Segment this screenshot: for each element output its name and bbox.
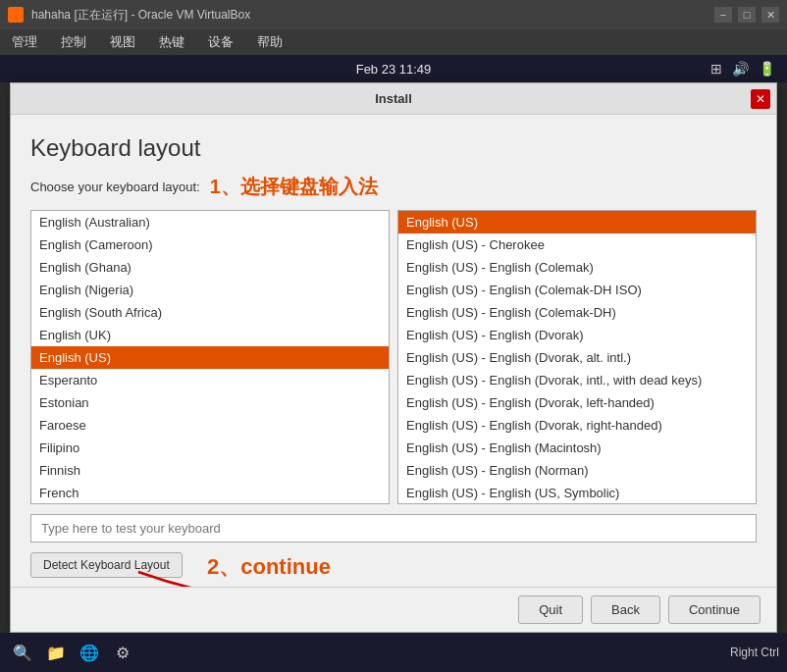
annotation-1: 1、选择键盘输入法	[210, 174, 378, 200]
datetime-label: Feb 23 11:49	[356, 62, 432, 77]
app-icon	[8, 7, 24, 23]
left-list-item[interactable]: English (Cameroon)	[31, 233, 389, 256]
right-list-item[interactable]: English (US) - English (Dvorak, alt. int…	[398, 346, 756, 369]
window-title: hahaha [正在运行] - Oracle VM VirtualBox	[31, 7, 714, 24]
minimize-button[interactable]: −	[714, 7, 732, 23]
left-list-item[interactable]: Finnish	[31, 459, 389, 482]
menu-devices[interactable]: 设备	[204, 31, 237, 53]
left-list-item[interactable]: Estonian	[31, 391, 389, 414]
right-list-item[interactable]: English (US) - English (Dvorak, left-han…	[398, 391, 756, 414]
keyboard-test-input[interactable]	[30, 514, 757, 543]
menu-view[interactable]: 视图	[106, 31, 139, 53]
left-list-item[interactable]: English (Nigeria)	[31, 279, 389, 301]
right-list-item[interactable]: English (US) - English (Colemak)	[398, 256, 756, 279]
dialog-titlebar: Install ✕	[11, 83, 776, 115]
left-list-item[interactable]: Faroese	[31, 414, 389, 437]
left-list-item[interactable]: English (Australian)	[31, 211, 389, 233]
menu-manage[interactable]: 管理	[8, 31, 41, 53]
keyboard-lists: English (Australian)English (Cameroon)En…	[30, 210, 757, 504]
right-list-item[interactable]: English (US) - Cherokee	[398, 233, 756, 256]
right-list[interactable]: English (US)English (US) - CherokeeEngli…	[397, 210, 757, 504]
taskbar: 🔍 📁 🌐 ⚙ Right Ctrl	[0, 633, 787, 672]
right-list-item[interactable]: English (US) - English (Dvorak)	[398, 324, 756, 346]
menubar: 管理 控制 视图 热键 设备 帮助	[0, 29, 787, 55]
left-list-item[interactable]: Esperanto	[31, 369, 389, 391]
subtitle-row: Choose your keyboard layout: 1、选择键盘输入法	[30, 174, 757, 200]
dialog-title: Install	[375, 91, 412, 106]
left-list-item[interactable]: English (South Africa)	[31, 301, 389, 324]
statusbar-right: ⊞ 🔊 🔋	[710, 61, 775, 77]
taskbar-right: Right Ctrl	[730, 646, 779, 659]
left-list[interactable]: English (Australian)English (Cameroon)En…	[30, 210, 390, 504]
volume-icon: 🔊	[732, 61, 749, 77]
right-list-item[interactable]: English (US) - English (Macintosh)	[398, 437, 756, 459]
network-icon: ⊞	[710, 61, 722, 77]
titlebar: hahaha [正在运行] - Oracle VM VirtualBox − □…	[0, 0, 787, 29]
page-title: Keyboard layout	[30, 134, 757, 162]
right-list-item[interactable]: English (US) - English (Dvorak, right-ha…	[398, 414, 756, 437]
quit-button[interactable]: Quit	[518, 595, 583, 624]
right-list-item[interactable]: English (US) - English (US, Symbolic)	[398, 482, 756, 504]
menu-control[interactable]: 控制	[57, 31, 90, 53]
right-list-item[interactable]: English (US) - English (Colemak-DH)	[398, 301, 756, 324]
left-list-item[interactable]: French	[31, 482, 389, 504]
maximize-button[interactable]: □	[738, 7, 756, 23]
battery-icon: 🔋	[759, 61, 775, 77]
left-list-item[interactable]: English (US)	[31, 346, 389, 369]
menu-help[interactable]: 帮助	[253, 31, 287, 53]
subtitle-label: Choose your keyboard layout:	[30, 180, 200, 194]
window-controls: − □ ✕	[714, 7, 779, 23]
taskbar-settings-icon[interactable]: ⚙	[108, 638, 137, 667]
dialog-footer: Quit Back Continue	[11, 587, 776, 632]
taskbar-files-icon[interactable]: 📁	[41, 638, 71, 667]
taskbar-browser-icon[interactable]: 🌐	[75, 638, 104, 667]
test-input-row	[30, 514, 757, 543]
left-list-item[interactable]: English (UK)	[31, 324, 389, 346]
right-list-item[interactable]: English (US) - English (Dvorak, intl., w…	[398, 369, 756, 391]
left-list-item[interactable]: English (Ghana)	[31, 256, 389, 279]
continue-button[interactable]: Continue	[668, 595, 761, 624]
menu-hotkeys[interactable]: 热键	[155, 31, 188, 53]
dialog-content: Keyboard layout Choose your keyboard lay…	[11, 115, 776, 611]
close-button[interactable]: ✕	[761, 7, 779, 23]
dialog-close-button[interactable]: ✕	[751, 89, 770, 109]
taskbar-search-icon[interactable]: 🔍	[8, 638, 37, 667]
back-button[interactable]: Back	[591, 595, 660, 624]
right-list-item[interactable]: English (US) - English (Colemak-DH ISO)	[398, 279, 756, 301]
right-list-item[interactable]: English (US) - English (Norman)	[398, 459, 756, 482]
right-list-item[interactable]: English (US)	[398, 211, 756, 233]
install-dialog: Install ✕ Keyboard layout Choose your ke…	[10, 82, 777, 633]
left-list-item[interactable]: Filipino	[31, 437, 389, 459]
taskbar-right-text: Right Ctrl	[730, 646, 779, 659]
status-bar: Feb 23 11:49 ⊞ 🔊 🔋	[0, 55, 787, 82]
